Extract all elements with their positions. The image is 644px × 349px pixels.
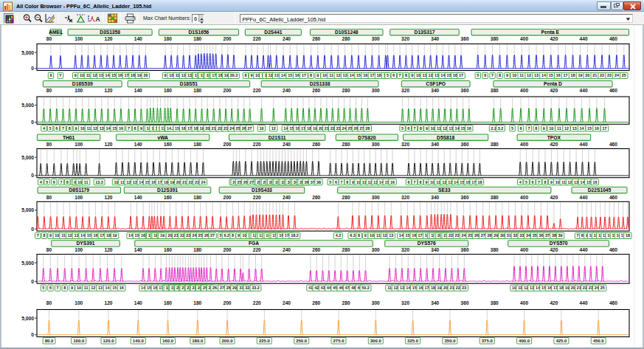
svg-text:13: 13 bbox=[530, 286, 534, 290]
svg-text:10: 10 bbox=[114, 180, 119, 184]
svg-text:13: 13 bbox=[572, 126, 577, 131]
svg-text:22: 22 bbox=[449, 233, 453, 238]
svg-text:400: 400 bbox=[520, 36, 528, 41]
svg-text:16: 16 bbox=[390, 180, 395, 184]
svg-text:6: 6 bbox=[335, 180, 337, 184]
svg-text:9: 9 bbox=[550, 180, 553, 184]
svg-text:11: 11 bbox=[518, 286, 522, 290]
svg-text:DYS570: DYS570 bbox=[550, 241, 568, 246]
svg-text:5,000: 5,000 bbox=[21, 155, 34, 161]
svg-text:22: 22 bbox=[456, 286, 460, 290]
svg-text:45: 45 bbox=[333, 286, 337, 290]
svg-text:13: 13 bbox=[343, 73, 347, 77]
svg-text:460: 460 bbox=[609, 195, 617, 200]
svg-text:4: 4 bbox=[43, 126, 45, 131]
svg-text:380: 380 bbox=[491, 36, 499, 41]
svg-text:320: 320 bbox=[401, 300, 409, 305]
svg-text:14: 14 bbox=[281, 73, 285, 77]
svg-text:17: 17 bbox=[302, 73, 306, 77]
svg-text:15: 15 bbox=[112, 286, 117, 290]
svg-text:220: 220 bbox=[253, 247, 261, 252]
svg-text:100: 100 bbox=[75, 36, 83, 41]
svg-text:6: 6 bbox=[520, 126, 522, 131]
svg-text:10: 10 bbox=[80, 126, 85, 131]
svg-text:400: 400 bbox=[520, 142, 528, 147]
svg-text:44: 44 bbox=[327, 286, 331, 290]
svg-text:220: 220 bbox=[253, 195, 261, 200]
svg-text:17: 17 bbox=[425, 286, 429, 290]
svg-text:15: 15 bbox=[111, 73, 116, 77]
svg-text:34: 34 bbox=[526, 233, 530, 238]
svg-text:5,000: 5,000 bbox=[21, 260, 34, 266]
svg-text:36: 36 bbox=[539, 233, 543, 238]
svg-text:28: 28 bbox=[487, 233, 491, 238]
svg-text:28: 28 bbox=[365, 126, 370, 131]
svg-text:16: 16 bbox=[94, 233, 98, 238]
svg-text:9: 9 bbox=[75, 126, 77, 131]
svg-text:425.0: 425.0 bbox=[555, 339, 567, 343]
svg-text:31: 31 bbox=[507, 233, 511, 238]
svg-text:240: 240 bbox=[283, 247, 291, 252]
svg-text:360: 360 bbox=[461, 247, 469, 252]
svg-text:15: 15 bbox=[587, 126, 592, 131]
svg-text:7: 7 bbox=[577, 233, 579, 238]
svg-text:420: 420 bbox=[550, 142, 558, 147]
svg-text:440: 440 bbox=[580, 142, 588, 147]
svg-text:260: 260 bbox=[312, 88, 320, 93]
svg-text:180: 180 bbox=[193, 300, 201, 305]
svg-text:9: 9 bbox=[238, 233, 240, 238]
svg-text:180: 180 bbox=[193, 195, 201, 200]
svg-text:X: X bbox=[49, 73, 52, 77]
svg-text:23: 23 bbox=[224, 126, 228, 131]
svg-text:11: 11 bbox=[329, 73, 333, 77]
svg-text:10: 10 bbox=[169, 73, 173, 77]
svg-text:160: 160 bbox=[164, 142, 172, 147]
svg-text:140: 140 bbox=[134, 195, 142, 200]
svg-text:14: 14 bbox=[105, 73, 109, 77]
svg-text:22: 22 bbox=[600, 73, 604, 77]
svg-text:18: 18 bbox=[193, 126, 198, 131]
svg-text:7: 7 bbox=[62, 126, 64, 131]
svg-text:80: 80 bbox=[46, 247, 52, 252]
svg-text:80.0: 80.0 bbox=[45, 339, 54, 343]
svg-text:12: 12 bbox=[383, 233, 387, 238]
svg-text:15: 15 bbox=[412, 286, 417, 290]
svg-text:13: 13 bbox=[187, 73, 192, 77]
svg-text:23: 23 bbox=[336, 126, 341, 131]
svg-text:240: 240 bbox=[283, 300, 291, 305]
svg-text:380: 380 bbox=[491, 195, 499, 200]
svg-text:9: 9 bbox=[75, 73, 77, 77]
svg-text:100: 100 bbox=[75, 247, 83, 252]
svg-text:200: 200 bbox=[223, 142, 231, 147]
svg-text:14: 14 bbox=[454, 180, 458, 184]
svg-text:15: 15 bbox=[549, 73, 553, 77]
svg-text:300: 300 bbox=[372, 195, 380, 200]
svg-text:0: 0 bbox=[31, 173, 34, 178]
svg-text:17: 17 bbox=[564, 73, 568, 77]
svg-text:24: 24 bbox=[192, 233, 196, 238]
svg-text:14: 14 bbox=[399, 233, 404, 238]
svg-text:20: 20 bbox=[167, 233, 172, 238]
svg-text:13: 13 bbox=[98, 286, 103, 290]
svg-text:18: 18 bbox=[377, 73, 381, 77]
svg-text:80: 80 bbox=[46, 300, 52, 305]
svg-text:5: 5 bbox=[525, 180, 527, 184]
svg-text:300: 300 bbox=[372, 88, 380, 93]
svg-text:19: 19 bbox=[313, 126, 317, 131]
svg-text:15: 15 bbox=[87, 233, 91, 238]
svg-text:14: 14 bbox=[440, 73, 445, 77]
svg-text:17: 17 bbox=[100, 233, 104, 238]
svg-text:300: 300 bbox=[372, 300, 380, 305]
svg-text:6: 6 bbox=[53, 180, 55, 184]
svg-text:7: 7 bbox=[414, 126, 416, 131]
svg-text:26: 26 bbox=[243, 180, 248, 184]
svg-text:27: 27 bbox=[248, 126, 252, 131]
svg-text:18: 18 bbox=[477, 180, 482, 184]
svg-text:8: 8 bbox=[420, 180, 422, 184]
svg-text:18: 18 bbox=[571, 73, 575, 77]
svg-text:23: 23 bbox=[607, 73, 612, 77]
svg-text:160: 160 bbox=[164, 195, 172, 200]
svg-text:19: 19 bbox=[170, 180, 174, 184]
svg-text:16: 16 bbox=[295, 126, 300, 131]
svg-text:5: 5 bbox=[329, 180, 331, 184]
